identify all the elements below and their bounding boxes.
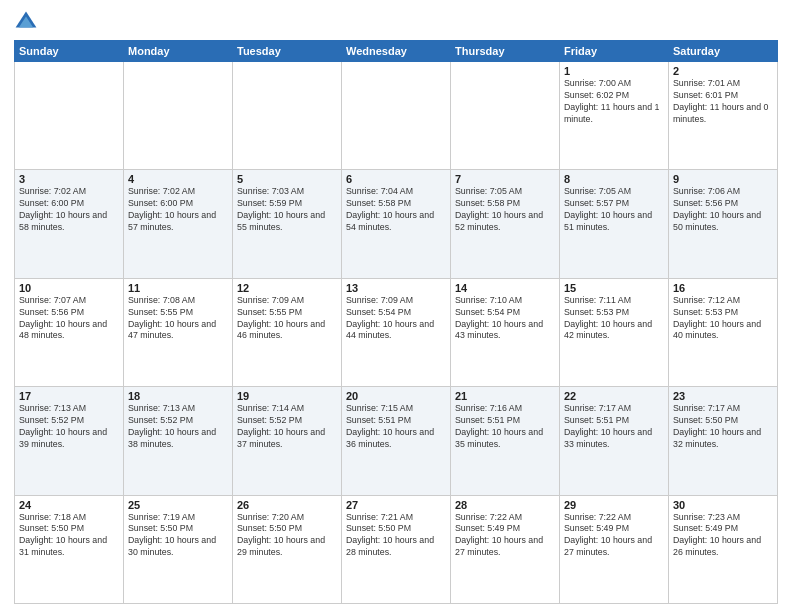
calendar-cell — [15, 62, 124, 170]
day-number: 12 — [237, 282, 337, 294]
day-number: 10 — [19, 282, 119, 294]
calendar-cell: 24Sunrise: 7:18 AM Sunset: 5:50 PM Dayli… — [15, 495, 124, 603]
day-number: 23 — [673, 390, 773, 402]
day-number: 28 — [455, 499, 555, 511]
logo-icon — [14, 10, 38, 34]
calendar-cell: 4Sunrise: 7:02 AM Sunset: 6:00 PM Daylig… — [124, 170, 233, 278]
calendar-cell: 2Sunrise: 7:01 AM Sunset: 6:01 PM Daylig… — [669, 62, 778, 170]
day-number: 16 — [673, 282, 773, 294]
day-number: 27 — [346, 499, 446, 511]
day-number: 14 — [455, 282, 555, 294]
calendar-table: SundayMondayTuesdayWednesdayThursdayFrid… — [14, 40, 778, 604]
calendar-cell: 18Sunrise: 7:13 AM Sunset: 5:52 PM Dayli… — [124, 387, 233, 495]
day-info: Sunrise: 7:15 AM Sunset: 5:51 PM Dayligh… — [346, 403, 446, 451]
calendar-cell: 13Sunrise: 7:09 AM Sunset: 5:54 PM Dayli… — [342, 278, 451, 386]
calendar-cell: 5Sunrise: 7:03 AM Sunset: 5:59 PM Daylig… — [233, 170, 342, 278]
calendar-cell: 12Sunrise: 7:09 AM Sunset: 5:55 PM Dayli… — [233, 278, 342, 386]
day-info: Sunrise: 7:18 AM Sunset: 5:50 PM Dayligh… — [19, 512, 119, 560]
day-info: Sunrise: 7:12 AM Sunset: 5:53 PM Dayligh… — [673, 295, 773, 343]
calendar-cell — [124, 62, 233, 170]
day-number: 8 — [564, 173, 664, 185]
weekday-header-cell: Monday — [124, 41, 233, 62]
calendar-cell: 10Sunrise: 7:07 AM Sunset: 5:56 PM Dayli… — [15, 278, 124, 386]
day-info: Sunrise: 7:11 AM Sunset: 5:53 PM Dayligh… — [564, 295, 664, 343]
day-info: Sunrise: 7:06 AM Sunset: 5:56 PM Dayligh… — [673, 186, 773, 234]
weekday-header-cell: Thursday — [451, 41, 560, 62]
day-info: Sunrise: 7:04 AM Sunset: 5:58 PM Dayligh… — [346, 186, 446, 234]
day-number: 13 — [346, 282, 446, 294]
calendar-cell: 19Sunrise: 7:14 AM Sunset: 5:52 PM Dayli… — [233, 387, 342, 495]
logo-area — [14, 10, 42, 34]
weekday-header-cell: Tuesday — [233, 41, 342, 62]
calendar-cell: 16Sunrise: 7:12 AM Sunset: 5:53 PM Dayli… — [669, 278, 778, 386]
calendar-cell: 3Sunrise: 7:02 AM Sunset: 6:00 PM Daylig… — [15, 170, 124, 278]
day-number: 5 — [237, 173, 337, 185]
weekday-header-cell: Friday — [560, 41, 669, 62]
day-number: 3 — [19, 173, 119, 185]
weekday-header: SundayMondayTuesdayWednesdayThursdayFrid… — [15, 41, 778, 62]
day-info: Sunrise: 7:02 AM Sunset: 6:00 PM Dayligh… — [128, 186, 228, 234]
day-info: Sunrise: 7:02 AM Sunset: 6:00 PM Dayligh… — [19, 186, 119, 234]
calendar-week-row: 1Sunrise: 7:00 AM Sunset: 6:02 PM Daylig… — [15, 62, 778, 170]
weekday-header-cell: Saturday — [669, 41, 778, 62]
calendar-cell: 20Sunrise: 7:15 AM Sunset: 5:51 PM Dayli… — [342, 387, 451, 495]
calendar-cell: 22Sunrise: 7:17 AM Sunset: 5:51 PM Dayli… — [560, 387, 669, 495]
weekday-header-cell: Sunday — [15, 41, 124, 62]
calendar-cell: 25Sunrise: 7:19 AM Sunset: 5:50 PM Dayli… — [124, 495, 233, 603]
day-info: Sunrise: 7:20 AM Sunset: 5:50 PM Dayligh… — [237, 512, 337, 560]
calendar-cell: 8Sunrise: 7:05 AM Sunset: 5:57 PM Daylig… — [560, 170, 669, 278]
top-section — [14, 10, 778, 34]
day-number: 24 — [19, 499, 119, 511]
day-info: Sunrise: 7:22 AM Sunset: 5:49 PM Dayligh… — [455, 512, 555, 560]
day-info: Sunrise: 7:16 AM Sunset: 5:51 PM Dayligh… — [455, 403, 555, 451]
day-info: Sunrise: 7:08 AM Sunset: 5:55 PM Dayligh… — [128, 295, 228, 343]
calendar-cell: 23Sunrise: 7:17 AM Sunset: 5:50 PM Dayli… — [669, 387, 778, 495]
day-info: Sunrise: 7:05 AM Sunset: 5:57 PM Dayligh… — [564, 186, 664, 234]
day-info: Sunrise: 7:22 AM Sunset: 5:49 PM Dayligh… — [564, 512, 664, 560]
day-info: Sunrise: 7:14 AM Sunset: 5:52 PM Dayligh… — [237, 403, 337, 451]
calendar-cell: 11Sunrise: 7:08 AM Sunset: 5:55 PM Dayli… — [124, 278, 233, 386]
calendar-cell: 26Sunrise: 7:20 AM Sunset: 5:50 PM Dayli… — [233, 495, 342, 603]
calendar-cell: 30Sunrise: 7:23 AM Sunset: 5:49 PM Dayli… — [669, 495, 778, 603]
day-number: 21 — [455, 390, 555, 402]
day-info: Sunrise: 7:13 AM Sunset: 5:52 PM Dayligh… — [128, 403, 228, 451]
calendar-cell: 14Sunrise: 7:10 AM Sunset: 5:54 PM Dayli… — [451, 278, 560, 386]
day-number: 9 — [673, 173, 773, 185]
day-info: Sunrise: 7:10 AM Sunset: 5:54 PM Dayligh… — [455, 295, 555, 343]
page: SundayMondayTuesdayWednesdayThursdayFrid… — [0, 0, 792, 612]
calendar-cell: 1Sunrise: 7:00 AM Sunset: 6:02 PM Daylig… — [560, 62, 669, 170]
day-info: Sunrise: 7:17 AM Sunset: 5:51 PM Dayligh… — [564, 403, 664, 451]
day-number: 4 — [128, 173, 228, 185]
day-number: 15 — [564, 282, 664, 294]
day-number: 20 — [346, 390, 446, 402]
day-number: 2 — [673, 65, 773, 77]
calendar-cell — [451, 62, 560, 170]
day-info: Sunrise: 7:17 AM Sunset: 5:50 PM Dayligh… — [673, 403, 773, 451]
calendar-week-row: 3Sunrise: 7:02 AM Sunset: 6:00 PM Daylig… — [15, 170, 778, 278]
day-number: 17 — [19, 390, 119, 402]
calendar-cell — [342, 62, 451, 170]
calendar-cell: 15Sunrise: 7:11 AM Sunset: 5:53 PM Dayli… — [560, 278, 669, 386]
day-info: Sunrise: 7:05 AM Sunset: 5:58 PM Dayligh… — [455, 186, 555, 234]
day-info: Sunrise: 7:01 AM Sunset: 6:01 PM Dayligh… — [673, 78, 773, 126]
calendar-cell: 17Sunrise: 7:13 AM Sunset: 5:52 PM Dayli… — [15, 387, 124, 495]
day-info: Sunrise: 7:00 AM Sunset: 6:02 PM Dayligh… — [564, 78, 664, 126]
day-number: 1 — [564, 65, 664, 77]
day-info: Sunrise: 7:19 AM Sunset: 5:50 PM Dayligh… — [128, 512, 228, 560]
day-number: 6 — [346, 173, 446, 185]
day-number: 18 — [128, 390, 228, 402]
calendar-cell — [233, 62, 342, 170]
day-number: 26 — [237, 499, 337, 511]
calendar-week-row: 17Sunrise: 7:13 AM Sunset: 5:52 PM Dayli… — [15, 387, 778, 495]
day-number: 25 — [128, 499, 228, 511]
day-number: 30 — [673, 499, 773, 511]
calendar-week-row: 24Sunrise: 7:18 AM Sunset: 5:50 PM Dayli… — [15, 495, 778, 603]
day-info: Sunrise: 7:13 AM Sunset: 5:52 PM Dayligh… — [19, 403, 119, 451]
day-info: Sunrise: 7:03 AM Sunset: 5:59 PM Dayligh… — [237, 186, 337, 234]
day-info: Sunrise: 7:07 AM Sunset: 5:56 PM Dayligh… — [19, 295, 119, 343]
day-info: Sunrise: 7:23 AM Sunset: 5:49 PM Dayligh… — [673, 512, 773, 560]
day-number: 29 — [564, 499, 664, 511]
day-number: 7 — [455, 173, 555, 185]
day-info: Sunrise: 7:09 AM Sunset: 5:54 PM Dayligh… — [346, 295, 446, 343]
calendar-cell: 29Sunrise: 7:22 AM Sunset: 5:49 PM Dayli… — [560, 495, 669, 603]
